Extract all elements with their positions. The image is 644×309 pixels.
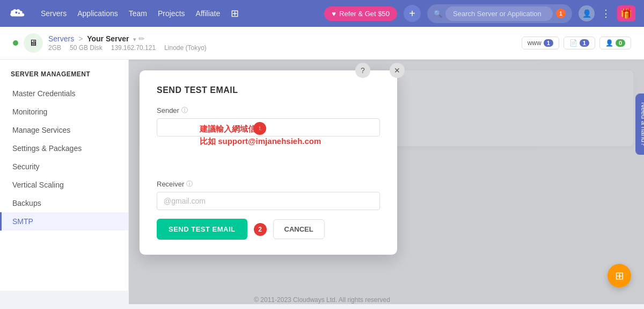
server-location: Linode (Tokyo): [164, 44, 207, 52]
nav-applications[interactable]: Applications: [77, 9, 118, 18]
server-ip: 139.162.70.121: [111, 44, 156, 52]
server-specs: 2GB 50 GB Disk 139.162.70.121 Linode (To…: [48, 44, 207, 52]
content-area: SMTP ✕ ? SEND TEST EMAIL Sender ⓘ: [129, 60, 644, 304]
www-label: www: [528, 39, 541, 47]
cancel-button[interactable]: CANCEL: [273, 219, 325, 239]
sender-label: Sender ⓘ: [157, 106, 380, 115]
chat-icon: ⊞: [615, 269, 624, 282]
www-count: 1: [544, 39, 553, 47]
receiver-label: Receiver ⓘ: [157, 179, 380, 189]
nav-projects[interactable]: Projects: [158, 9, 185, 18]
sidebar-item-security[interactable]: Security: [0, 157, 128, 176]
receiver-form-row: Receiver ⓘ: [157, 179, 380, 210]
send-test-email-modal: ✕ ? SEND TEST EMAIL Sender ⓘ 1: [140, 70, 397, 255]
sidebar-item-vertical-scaling[interactable]: Vertical Scaling: [0, 176, 128, 194]
sidebar-item-smtp[interactable]: SMTP: [0, 212, 128, 231]
sidebar-item-monitoring[interactable]: Monitoring: [0, 103, 128, 121]
logo[interactable]: [9, 7, 28, 20]
online-status-dot: [13, 40, 18, 46]
breadcrumb-path: Servers > Your Server ▾ ✏: [48, 34, 207, 43]
annotation-2-circle: 2: [254, 223, 267, 236]
nav-affiliate[interactable]: Affiliate: [196, 9, 221, 18]
users-icon: 👤: [605, 39, 613, 47]
sidebar: Server Management Master Credentials Mon…: [0, 60, 129, 304]
breadcrumb-bar: 🖥 Servers > Your Server ▾ ✏ 2GB 50 GB Di…: [0, 27, 644, 60]
users-count: 0: [616, 39, 625, 47]
server-name-label: Your Server: [87, 34, 129, 43]
svg-rect-0: [16, 11, 18, 13]
send-test-email-button[interactable]: SEND TEST EMAIL: [157, 219, 247, 240]
users-stat-badge[interactable]: 👤 0: [599, 37, 631, 49]
svg-rect-1: [18, 12, 20, 14]
sidebar-item-master-credentials[interactable]: Master Credentials: [0, 84, 128, 103]
apps-stat-badge[interactable]: 📄 1: [564, 37, 595, 49]
apps-count: 1: [580, 39, 589, 47]
modal-title: SEND TEST EMAIL: [157, 85, 380, 95]
refer-button[interactable]: ♥ Refer & Get $50: [324, 6, 397, 21]
nav-servers[interactable]: Servers: [41, 9, 67, 18]
apps-icon: 📄: [569, 39, 577, 47]
add-button[interactable]: +: [404, 5, 421, 22]
main-layout: Server Management Master Credentials Mon…: [0, 60, 644, 304]
sidebar-item-manage-services[interactable]: Manage Services: [0, 121, 128, 139]
www-stat-badge[interactable]: www 1: [522, 37, 559, 49]
breadcrumb-right: www 1 📄 1 👤 0: [522, 37, 631, 49]
edit-icon[interactable]: ✏: [138, 34, 145, 43]
modal-overlay: ✕ ? SEND TEST EMAIL Sender ⓘ 1: [129, 60, 644, 304]
gift-icon[interactable]: 🎁: [617, 5, 635, 21]
server-icon: 🖥: [24, 33, 43, 53]
sender-form-row: Sender ⓘ 1 建議輸入網域信箱 比如 support@imjanehsi…: [157, 106, 380, 136]
server-size: 2GB: [48, 44, 61, 52]
receiver-input[interactable]: [157, 192, 380, 210]
modal-buttons: SEND TEST EMAIL 2 CANCEL: [157, 219, 380, 240]
sidebar-item-settings-packages[interactable]: Settings & Packages: [0, 139, 128, 157]
sidebar-section-title: Server Management: [0, 70, 128, 84]
refer-label: Refer & Get $50: [339, 10, 390, 18]
server-disk: 50 GB Disk: [70, 44, 103, 52]
nav-links: Servers Applications Team Projects Affil…: [41, 8, 239, 19]
nav-team[interactable]: Team: [129, 9, 147, 18]
receiver-info-icon: ⓘ: [186, 179, 193, 189]
breadcrumb-left: 🖥 Servers > Your Server ▾ ✏ 2GB 50 GB Di…: [13, 33, 207, 53]
breadcrumb-info: Servers > Your Server ▾ ✏ 2GB 50 GB Disk…: [48, 34, 207, 52]
chat-button[interactable]: ⊞: [608, 264, 631, 288]
annotation-1-text: 建議輸入網域信箱 比如 support@imjanehsieh.com: [200, 123, 321, 147]
notification-badge[interactable]: 1: [556, 9, 566, 18]
modal-close-button[interactable]: ✕: [390, 63, 405, 78]
topnav-right: ♥ Refer & Get $50 + 🔍 1 👤 ⋮ 🎁: [324, 4, 635, 23]
search-input[interactable]: [445, 6, 553, 21]
heart-icon: ♥: [332, 10, 336, 18]
grid-icon[interactable]: ⊞: [231, 8, 239, 19]
sender-info-icon: ⓘ: [181, 106, 188, 115]
topnav: Servers Applications Team Projects Affil…: [0, 0, 644, 27]
breadcrumb-servers-link[interactable]: Servers: [48, 34, 74, 43]
search-wrapper: 🔍 1: [427, 4, 572, 23]
avatar[interactable]: 👤: [579, 5, 595, 21]
modal-help-button[interactable]: ?: [355, 63, 370, 78]
sidebar-item-backups[interactable]: Backups: [0, 194, 128, 212]
need-a-hand-button[interactable]: Need a hand?: [636, 94, 645, 155]
search-icon: 🔍: [434, 10, 442, 18]
more-options-icon[interactable]: ⋮: [601, 8, 611, 19]
dropdown-icon[interactable]: ▾: [133, 36, 136, 42]
